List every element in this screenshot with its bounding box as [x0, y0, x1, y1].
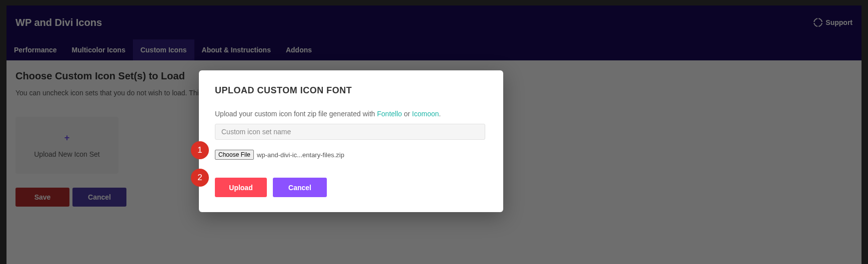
fontello-link[interactable]: Fontello — [377, 110, 402, 118]
modal-desc-mid: or — [402, 110, 412, 118]
choose-file-button[interactable]: Choose File — [215, 150, 254, 160]
modal-description: Upload your custom icon font zip file ge… — [215, 110, 487, 118]
file-input-row: Choose File wp-and-divi-ic...entary-file… — [215, 150, 487, 160]
selected-file-name: wp-and-divi-ic...entary-files.zip — [257, 151, 344, 159]
modal-desc-pre: Upload your custom icon font zip file ge… — [215, 110, 377, 118]
annotation-step-2: 2 — [191, 169, 209, 187]
icon-set-name-input[interactable] — [215, 124, 485, 140]
modal-buttons: Upload Cancel — [215, 178, 487, 197]
modal-title: UPLOAD CUSTOM ICON FONT — [215, 85, 487, 96]
icomoon-link[interactable]: Icomoon — [412, 110, 439, 118]
modal-cancel-button[interactable]: Cancel — [273, 178, 327, 197]
upload-modal: UPLOAD CUSTOM ICON FONT Upload your cust… — [199, 70, 503, 212]
upload-button[interactable]: Upload — [215, 178, 267, 197]
annotation-step-1: 1 — [191, 141, 209, 159]
modal-desc-post: . — [439, 110, 441, 118]
